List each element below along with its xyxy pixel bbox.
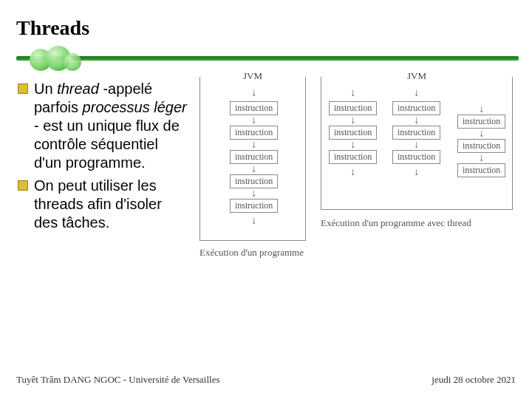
instruction-box: instruction [329, 126, 377, 140]
bullet-square-icon [18, 83, 28, 94]
jvm-box-single: JVM ↓ instruction ↓ instruction ↓ instru… [200, 77, 306, 241]
text-italic: thread [57, 81, 99, 97]
text-italic: processus léger [83, 99, 187, 115]
arrow-down-icon: ↓ [251, 214, 256, 228]
instruction-box: instruction [230, 150, 278, 164]
arrow-down-icon: ↓ [350, 166, 355, 179]
diagram-area: JVM ↓ instruction ↓ instruction ↓ instru… [192, 74, 517, 281]
circle-icon [64, 53, 81, 71]
arrow-down-icon: ↓ [414, 166, 419, 179]
header-decoration [16, 44, 519, 74]
instruction-column: ↓ instruction ↓ instruction ↓ instructio… [230, 86, 278, 228]
instruction-column: ↓ instruction ↓ instruction ↓ instructio… [457, 106, 505, 177]
bullet-item: Un thread -appelé parfois processus lége… [18, 80, 188, 172]
arrow-down-icon: ↓ [479, 106, 484, 113]
arrow-down-icon: ↓ [251, 86, 256, 100]
bullet-square-icon [18, 180, 28, 191]
arrow-down-icon: ↓ [251, 141, 256, 149]
instruction-box: instruction [329, 150, 377, 164]
arrow-down-icon: ↓ [251, 117, 256, 124]
text-fragment: On peut utiliser les threads afin d'isol… [34, 177, 162, 231]
instruction-box: instruction [329, 101, 377, 115]
footer-date: jeudi 28 octobre 2021 [432, 374, 516, 386]
arrow-down-icon: ↓ [251, 166, 256, 173]
caption-single: Exécution d'un programme [200, 247, 310, 259]
arrow-down-icon: ↓ [414, 117, 419, 124]
text-fragment: - est un unique flux de contrôle séquent… [34, 117, 180, 171]
arrow-down-icon: ↓ [350, 86, 355, 100]
instruction-box: instruction [230, 174, 278, 188]
bullet-text: On peut utiliser les threads afin d'isol… [34, 177, 188, 232]
jvm-label-text: JVM [401, 70, 432, 81]
bullet-list: Un thread -appelé parfois processus lége… [18, 80, 188, 236]
instruction-box: instruction [457, 115, 505, 129]
instruction-box: instruction [230, 101, 278, 115]
instruction-box: instruction [457, 139, 505, 153]
arrow-down-icon: ↓ [479, 130, 484, 137]
instruction-box: instruction [457, 163, 505, 177]
instruction-box: instruction [392, 150, 440, 164]
instruction-box: instruction [230, 199, 278, 213]
arrow-down-icon: ↓ [414, 141, 419, 149]
header-bar [16, 56, 519, 61]
arrow-down-icon: ↓ [251, 190, 256, 197]
instruction-box: instruction [392, 101, 440, 115]
arrow-down-icon: ↓ [479, 154, 484, 162]
instruction-column: ↓ instruction ↓ instruction ↓ instructio… [392, 86, 440, 179]
footer-author: Tuyêt Trâm DANG NGOC - Université de Ver… [16, 374, 220, 386]
caption-multi: Exécution d'un programme avec thread [321, 217, 513, 229]
bullet-item: On peut utiliser les threads afin d'isol… [18, 177, 188, 232]
instruction-box: instruction [392, 126, 440, 140]
bullet-text: Un thread -appelé parfois processus lége… [34, 80, 188, 172]
slide-title: Threads [16, 16, 89, 40]
jvm-box-multi: JVM ↓ instruction ↓ instruction ↓ instru… [321, 77, 513, 210]
arrow-down-icon: ↓ [350, 141, 355, 149]
instruction-box: instruction [230, 126, 278, 140]
arrow-down-icon: ↓ [350, 117, 355, 124]
slide-footer: Tuyêt Trâm DANG NGOC - Université de Ver… [16, 374, 516, 386]
jvm-label-text: JVM [237, 70, 268, 81]
text-fragment: Un [34, 81, 57, 97]
instruction-column: ↓ instruction ↓ instruction ↓ instructio… [329, 86, 377, 179]
arrow-down-icon: ↓ [414, 86, 419, 100]
